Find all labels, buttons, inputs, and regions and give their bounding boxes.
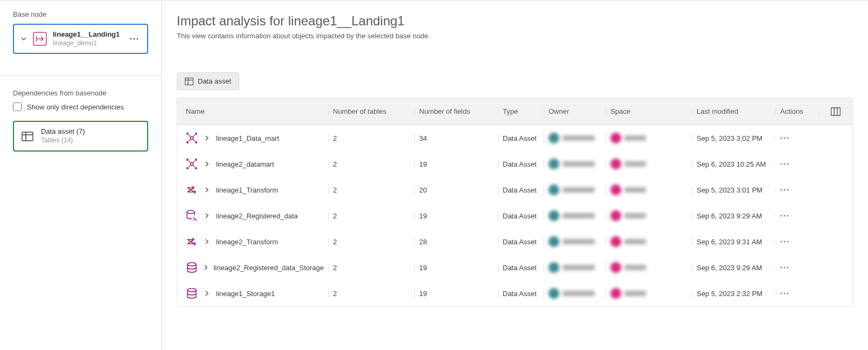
row-fields: 19 xyxy=(414,290,498,298)
base-node-label: Base node xyxy=(13,10,148,18)
th-column-settings[interactable] xyxy=(818,107,852,116)
svg-rect-4 xyxy=(22,132,33,141)
row-owner xyxy=(544,236,606,247)
th-name[interactable]: Name xyxy=(177,107,328,115)
chevron-right-icon[interactable] xyxy=(203,290,211,297)
chevron-right-icon[interactable] xyxy=(203,238,211,245)
svg-point-16 xyxy=(781,163,782,165)
space-avatar-icon xyxy=(610,133,621,143)
row-actions[interactable] xyxy=(775,241,818,243)
more-icon[interactable] xyxy=(780,266,789,269)
table-row[interactable]: lineage1_Transform220Data AssetSep 5, 20… xyxy=(177,177,852,203)
table-icon xyxy=(20,129,34,143)
th-fields[interactable]: Number of fields xyxy=(414,107,498,115)
svg-point-30 xyxy=(787,267,789,269)
table-row[interactable]: lineage1_Storage1219Data AssetSep 5, 202… xyxy=(177,280,852,306)
columns-icon xyxy=(831,107,841,116)
data-asset-tab[interactable]: Data asset xyxy=(177,72,239,90)
row-tables: 2 xyxy=(328,160,414,168)
table-row[interactable]: lineage2_datamart219Data AssetSep 6, 202… xyxy=(177,151,852,177)
row-type: Data Asset xyxy=(498,160,544,168)
space-name-redacted xyxy=(624,135,646,141)
row-tables: 2 xyxy=(328,212,414,220)
row-modified: Sep 6, 2023 9:29 AM xyxy=(692,212,775,220)
row-tables: 2 xyxy=(328,134,414,142)
space-avatar-icon xyxy=(610,288,621,299)
row-name: lineage1_Transform xyxy=(216,186,278,194)
asset-type-icon xyxy=(186,184,198,196)
dependencies-label: Dependencies from basenode xyxy=(13,89,148,97)
row-actions[interactable] xyxy=(775,266,818,269)
row-tables: 2 xyxy=(328,290,414,298)
chevron-right-icon[interactable] xyxy=(203,134,211,142)
base-node-card[interactable]: lineage1__Landing1 lineage_demo1 xyxy=(13,24,148,54)
svg-point-1 xyxy=(130,38,132,40)
more-icon[interactable] xyxy=(780,215,789,217)
asset-type-icon xyxy=(186,262,198,273)
owner-name-redacted xyxy=(563,135,595,141)
chevron-right-icon[interactable] xyxy=(203,212,211,219)
space-name-redacted xyxy=(624,161,646,167)
asset-type-icon xyxy=(186,287,198,299)
chevron-right-icon[interactable] xyxy=(203,186,211,194)
row-space xyxy=(606,133,692,143)
th-space[interactable]: Space xyxy=(606,107,692,115)
chevron-right-icon[interactable] xyxy=(203,160,211,168)
asset-type-icon xyxy=(186,210,198,222)
space-name-redacted xyxy=(624,291,646,296)
row-actions[interactable] xyxy=(775,163,818,165)
svg-point-13 xyxy=(781,138,782,139)
more-icon[interactable] xyxy=(780,292,789,294)
show-direct-checkbox[interactable] xyxy=(13,102,22,111)
dependency-subtitle: Tables (14) xyxy=(41,136,85,145)
show-direct-checkbox-row[interactable]: Show only direct dependencies xyxy=(13,102,148,111)
row-actions[interactable] xyxy=(775,137,818,139)
table-row[interactable]: lineage2_Transform228Data AssetSep 6, 20… xyxy=(177,229,852,255)
th-modified[interactable]: Last modified xyxy=(692,107,775,115)
th-actions[interactable]: Actions xyxy=(775,107,818,115)
more-icon[interactable] xyxy=(780,137,789,139)
svg-point-26 xyxy=(784,241,786,243)
more-icon[interactable] xyxy=(128,32,141,45)
table-body: lineage1_Data_mart234Data AssetSep 5, 20… xyxy=(177,125,852,306)
more-icon[interactable] xyxy=(780,163,789,165)
chevron-down-icon[interactable] xyxy=(20,36,27,42)
row-space xyxy=(606,210,692,221)
row-owner xyxy=(544,288,606,299)
sidebar: Base node lineage1__Landing1 lineage_dem… xyxy=(0,1,162,350)
row-name: lineage2_Registered_data xyxy=(216,212,298,220)
row-actions[interactable] xyxy=(775,215,818,217)
row-modified: Sep 5, 2023 3:02 PM xyxy=(692,134,775,142)
th-tables[interactable]: Number of tables xyxy=(328,107,414,115)
row-type: Data Asset xyxy=(498,238,544,246)
row-owner xyxy=(544,159,606,169)
svg-rect-7 xyxy=(185,78,193,85)
th-type[interactable]: Type xyxy=(498,107,544,115)
row-actions[interactable] xyxy=(775,292,818,294)
row-fields: 19 xyxy=(414,264,498,272)
row-owner xyxy=(544,133,606,143)
row-modified: Sep 6, 2023 9:29 AM xyxy=(692,264,775,272)
table-row[interactable]: lineage2_Registered_data219Data AssetSep… xyxy=(177,203,852,229)
svg-point-15 xyxy=(787,138,789,139)
table-row[interactable]: lineage2_Registered_data_Storage219Data … xyxy=(177,255,852,280)
row-actions[interactable] xyxy=(775,189,818,191)
more-icon[interactable] xyxy=(780,241,789,243)
svg-point-27 xyxy=(787,241,789,243)
svg-point-21 xyxy=(787,189,789,191)
row-owner xyxy=(544,184,606,195)
space-avatar-icon xyxy=(610,184,621,195)
show-direct-label: Show only direct dependencies xyxy=(27,103,124,111)
more-icon[interactable] xyxy=(780,189,789,191)
space-avatar-icon xyxy=(610,210,621,221)
dependency-card[interactable]: Data asset (7) Tables (14) xyxy=(13,121,148,151)
row-name: lineage2_Registered_data_Storage xyxy=(213,264,324,272)
svg-point-28 xyxy=(781,267,782,269)
main-content: Impact analysis for lineage1__Landing1 T… xyxy=(162,1,868,350)
app-icon xyxy=(32,31,47,46)
table-row[interactable]: lineage1_Data_mart234Data AssetSep 5, 20… xyxy=(177,125,852,151)
chevron-right-icon[interactable] xyxy=(203,264,208,271)
user-avatar-icon xyxy=(548,159,559,169)
dependency-text: Data asset (7) Tables (14) xyxy=(41,127,85,145)
th-owner[interactable]: Owner xyxy=(544,107,606,115)
